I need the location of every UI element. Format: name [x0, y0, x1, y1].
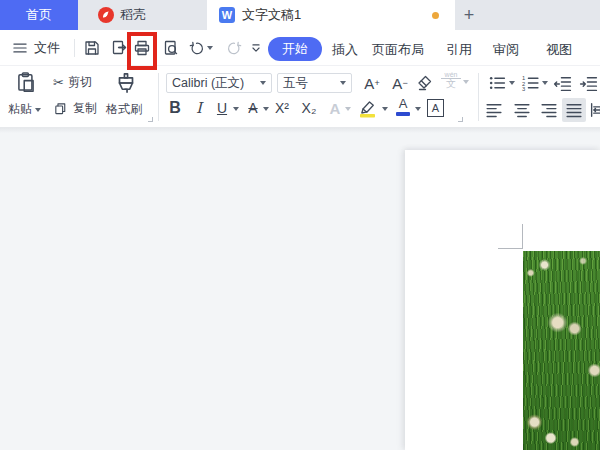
docer-logo-icon: [98, 7, 114, 23]
wps-writer-window: 首页 稻壳 W 文字文稿1 + 文件: [0, 0, 600, 450]
tab-review[interactable]: 审阅: [491, 41, 521, 58]
superscript-button[interactable]: X²: [270, 96, 294, 120]
margin-mark-horizontal: [498, 248, 523, 249]
format-painter-button[interactable]: [113, 70, 139, 96]
new-tab-button[interactable]: +: [457, 3, 481, 27]
export-icon: [109, 38, 129, 58]
tab-insert[interactable]: 插入: [330, 41, 360, 58]
phonetic-guide-button[interactable]: wén 文: [441, 71, 461, 89]
distribute-button[interactable]: [589, 101, 600, 119]
align-right-button[interactable]: [540, 101, 558, 119]
tab-reference[interactable]: 引用: [444, 41, 474, 58]
format-painter-label: 格式刷: [106, 101, 142, 118]
tab-page-layout[interactable]: 页面布局: [369, 41, 427, 58]
docer-tab-label: 稻壳: [120, 6, 146, 24]
clear-format-button[interactable]: [415, 73, 435, 93]
font-size-combobox[interactable]: 五号: [277, 73, 352, 93]
font-size-caret[interactable]: [340, 81, 346, 85]
more-chevron-icon: [249, 41, 263, 55]
highlight-dropdown-caret[interactable]: [382, 107, 388, 111]
home-button[interactable]: 首页: [0, 0, 78, 30]
font-size-value: 五号: [283, 75, 308, 92]
underline-dropdown-caret[interactable]: [233, 107, 239, 111]
numbered-list-button[interactable]: 1 2 3: [521, 74, 539, 92]
increase-indent-button[interactable]: [579, 74, 598, 92]
font-color-button[interactable]: A: [394, 97, 412, 116]
paste-button[interactable]: [14, 70, 38, 96]
bullet-list-button[interactable]: [488, 74, 506, 92]
format-painter-icon: [113, 70, 139, 96]
paste-label: 粘贴: [8, 101, 32, 118]
highlight-color-button[interactable]: [357, 97, 379, 119]
strikethrough-button[interactable]: A: [244, 96, 262, 120]
redo-icon: [225, 39, 244, 58]
bullet-list-caret[interactable]: [509, 81, 515, 85]
font-color-bar: [396, 112, 410, 116]
document-tab-label: 文字文稿1: [242, 6, 301, 24]
decrease-indent-button[interactable]: [553, 74, 572, 92]
customize-toolbar-button[interactable]: [243, 35, 269, 61]
print-preview-button[interactable]: [158, 35, 184, 61]
subscript-button[interactable]: X₂: [297, 96, 321, 120]
text-effects-button[interactable]: A: [326, 96, 344, 120]
bold-button[interactable]: B: [164, 96, 186, 120]
cut-label: 剪切: [68, 74, 92, 91]
paste-label-row[interactable]: 粘贴: [8, 101, 41, 118]
print-icon: [132, 38, 152, 58]
numbered-list-icon: 1 2 3: [521, 74, 539, 92]
font-name-combobox[interactable]: Calibri (正文): [166, 73, 272, 93]
align-left-button[interactable]: [485, 101, 503, 119]
inserted-grass-image[interactable]: [523, 251, 600, 450]
strikethrough-dropdown-caret[interactable]: [263, 107, 269, 111]
unsaved-indicator-dot: [432, 12, 439, 19]
tab-start[interactable]: 开始: [268, 37, 322, 61]
undo-dropdown-caret[interactable]: [207, 46, 213, 50]
justify-button[interactable]: [562, 98, 586, 122]
save-icon: [82, 38, 102, 58]
phonetic-dropdown-caret[interactable]: [463, 80, 469, 84]
shrink-font-minus: −: [402, 78, 407, 88]
distribute-icon: [589, 101, 600, 119]
font-group-corner-mark: [458, 117, 463, 122]
decrease-font-size-button[interactable]: A−: [388, 72, 412, 94]
print-preview-icon: [161, 38, 181, 58]
underline-button[interactable]: U: [212, 96, 232, 120]
align-center-button[interactable]: [513, 101, 531, 119]
print-button[interactable]: [129, 35, 155, 61]
file-menu-label: 文件: [34, 39, 60, 57]
font-name-caret[interactable]: [260, 81, 266, 85]
highlighter-icon: [357, 97, 379, 119]
grow-font-plus: +: [374, 78, 379, 88]
cut-button[interactable]: ✂ 剪切: [53, 74, 92, 91]
svg-text:3: 3: [522, 86, 525, 92]
justify-icon: [565, 101, 583, 119]
pinyin-icon: wén: [441, 71, 461, 78]
numbered-list-caret[interactable]: [542, 81, 548, 85]
eraser-icon: [415, 73, 435, 93]
font-color-dropdown-caret[interactable]: [415, 107, 421, 111]
undo-button[interactable]: [185, 35, 207, 61]
toolbar-divider: [74, 39, 75, 57]
copy-button[interactable]: 复制: [52, 100, 97, 117]
italic-button[interactable]: I: [190, 96, 208, 120]
paste-dropdown-caret[interactable]: [35, 108, 41, 112]
save-button[interactable]: [79, 35, 105, 61]
scissors-icon: ✂: [53, 75, 64, 90]
margin-mark-vertical: [522, 224, 523, 249]
tab-docer[interactable]: 稻壳: [84, 0, 160, 30]
align-left-icon: [485, 101, 503, 119]
hamburger-icon: [12, 41, 28, 55]
tab-document[interactable]: W 文字文稿1: [207, 0, 455, 30]
increase-font-size-button[interactable]: A+: [360, 72, 384, 94]
bullet-list-icon: [488, 74, 506, 92]
character-border-button[interactable]: A: [427, 99, 444, 117]
text-effects-dropdown-caret[interactable]: [345, 107, 351, 111]
align-center-icon: [513, 101, 531, 119]
font-name-value: Calibri (正文): [172, 75, 244, 92]
decrease-indent-icon: [553, 74, 572, 92]
file-menu-button[interactable]: 文件: [12, 30, 60, 66]
align-right-icon: [540, 101, 558, 119]
ribbon-group-divider: [158, 73, 159, 121]
tab-view[interactable]: 视图: [544, 41, 574, 58]
shrink-font-glyph: A: [392, 75, 402, 92]
